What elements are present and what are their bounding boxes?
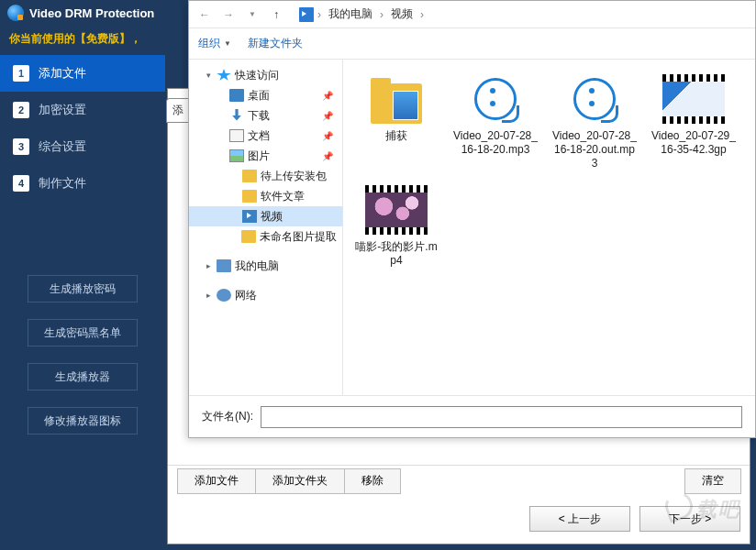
file-item-0[interactable]: 捕获	[350, 69, 442, 174]
new-folder-button[interactable]: 新建文件夹	[248, 36, 303, 51]
file-open-dialog: ← → ▼ ↑ › 我的电脑 › 视频 › 组织 ▼ 新建文件夹 ▾ 快速访问 …	[188, 0, 756, 438]
crumb-sep-icon: ›	[317, 8, 321, 21]
side-button-0[interactable]: 生成播放密码	[28, 275, 138, 302]
folder-icon	[241, 230, 256, 243]
folder-icon	[242, 170, 257, 182]
nav-step-number: 3	[13, 138, 29, 155]
crumb-sep-icon: ›	[420, 8, 424, 21]
audio-icon	[573, 78, 616, 120]
tree-node-label: 文档	[248, 128, 270, 144]
tree-node-download-2[interactable]: 下载 📌	[189, 105, 342, 126]
tree-toggle-icon[interactable]: ▾	[204, 71, 213, 80]
star-icon	[217, 69, 231, 82]
tree-node-net-10[interactable]: ▸ 网络	[189, 285, 342, 305]
file-label: 捕获	[385, 129, 407, 143]
dialog-toolbar: 组织 ▼ 新建文件夹	[189, 28, 755, 60]
file-grid: 捕获Video_20-07-28_16-18-20.mp3Video_20-07…	[343, 60, 755, 395]
nav-step-label: 添加文件	[39, 65, 86, 82]
add-file-button[interactable]: 添加文件	[177, 468, 256, 494]
nav-step-number: 2	[13, 102, 29, 118]
tree-toggle-icon[interactable]: ▸	[204, 291, 213, 300]
tree-node-doc-3[interactable]: 文档 📌	[189, 126, 342, 146]
side-button-2[interactable]: 生成播放器	[28, 363, 138, 390]
sidebar-nav: 1添加文件2加密设置3综合设置4制作文件	[0, 55, 165, 202]
nav-step-number: 1	[13, 65, 29, 82]
side-buttons: 生成播放密码生成密码黑名单生成播放器修改播放器图标	[28, 275, 138, 434]
nav-step-label: 综合设置	[39, 138, 86, 155]
download-icon	[229, 109, 244, 122]
file-label: Video_20-07-29_16-35-42.3gp	[651, 129, 736, 157]
tree-node-label: 软件文章	[261, 189, 305, 204]
add-folder-button[interactable]: 添加文件夹	[255, 468, 345, 494]
file-label: Video_20-07-28_16-18-20.out.mp3	[552, 129, 637, 170]
side-button-3[interactable]: 修改播放器图标	[28, 407, 138, 434]
tree-node-video-7[interactable]: 视频	[189, 206, 342, 226]
filename-label: 文件名(N):	[202, 409, 253, 424]
nav-step-4[interactable]: 4制作文件	[0, 165, 165, 202]
nav-step-2[interactable]: 2加密设置	[0, 92, 165, 128]
file-label: Video_20-07-28_16-18-20.mp3	[453, 129, 538, 157]
tree-node-pc-9[interactable]: ▸ 我的电脑	[189, 256, 342, 276]
nav-step-label: 加密设置	[39, 102, 86, 118]
organize-label: 组织	[198, 36, 220, 51]
tree-node-desktop-1[interactable]: 桌面 📌	[189, 85, 342, 105]
audio-icon	[474, 78, 517, 120]
dialog-navbar: ← → ▼ ↑ › 我的电脑 › 视频 ›	[189, 1, 755, 28]
nav-up-icon[interactable]: ↑	[266, 5, 286, 25]
file-item-4[interactable]: 喵影-我的影片.mp4	[350, 180, 442, 271]
pin-icon: 📌	[322, 151, 333, 161]
video-location-icon	[299, 7, 314, 22]
tree-node-folder-6[interactable]: 软件文章	[189, 186, 342, 206]
tree-node-label: 桌面	[248, 88, 270, 104]
desktop-icon	[229, 89, 244, 102]
tree-node-label: 视频	[261, 209, 283, 225]
video-thumb-icon	[662, 74, 725, 124]
folder-icon	[371, 83, 422, 124]
action-row: 添加文件 添加文件夹 移除 清空	[168, 465, 750, 496]
filename-input[interactable]	[261, 406, 742, 428]
tree-node-label: 未命名图片提取	[260, 229, 337, 245]
file-item-1[interactable]: Video_20-07-28_16-18-20.mp3	[450, 69, 541, 174]
prev-step-button[interactable]: < 上一步	[529, 506, 630, 532]
tree-node-label: 网络	[235, 288, 257, 303]
tab-add-files[interactable]: 添	[166, 98, 189, 123]
tree-node-folder-5[interactable]: 待上传安装包	[189, 166, 342, 186]
tree-node-label: 快速访问	[235, 68, 279, 83]
tree-node-label: 我的电脑	[235, 258, 279, 274]
remove-button[interactable]: 移除	[344, 468, 401, 494]
nav-step-1[interactable]: 1添加文件	[0, 55, 165, 92]
net-icon	[217, 289, 231, 302]
pic-icon	[229, 149, 244, 162]
side-button-1[interactable]: 生成密码黑名单	[28, 319, 138, 346]
file-label: 喵影-我的影片.mp4	[354, 240, 439, 268]
organize-menu[interactable]: 组织 ▼	[198, 36, 231, 51]
nav-step-label: 制作文件	[39, 175, 86, 192]
breadcrumb-videos[interactable]: 视频	[387, 6, 417, 22]
nav-step-number: 4	[13, 175, 29, 192]
file-item-2[interactable]: Video_20-07-28_16-18-20.out.mp3	[549, 69, 640, 174]
file-item-3[interactable]: Video_20-07-29_16-35-42.3gp	[648, 69, 739, 174]
video-thumb-icon	[365, 185, 428, 235]
breadcrumb-my-pc[interactable]: 我的电脑	[325, 6, 376, 22]
video-icon	[242, 210, 257, 223]
chevron-down-icon: ▼	[224, 39, 231, 48]
nav-back-icon[interactable]: ←	[195, 5, 215, 25]
doc-icon	[229, 129, 244, 142]
pin-icon: 📌	[322, 131, 333, 141]
tree-node-label: 待上传安装包	[261, 169, 327, 184]
nav-step-3[interactable]: 3综合设置	[0, 128, 165, 165]
pin-icon: 📌	[322, 91, 333, 101]
app-logo-icon	[7, 5, 24, 21]
tree-node-pic-4[interactable]: 图片 📌	[189, 146, 342, 166]
tree-node-label: 下载	[248, 108, 270, 124]
app-title: Video DRM Protection	[29, 6, 154, 20]
nav-recent-dropdown-icon[interactable]: ▼	[242, 5, 262, 25]
tree-toggle-icon[interactable]: ▸	[204, 261, 213, 270]
tree-node-star-0[interactable]: ▾ 快速访问	[189, 65, 342, 85]
tree-node-folder-8[interactable]: 未命名图片提取	[189, 226, 342, 247]
step-row: < 上一步 下一步 >	[168, 503, 750, 534]
folder-tree: ▾ 快速访问 桌面 📌 下载 📌 文档 📌 图片 📌 待上传安装包 软件文章 视…	[189, 60, 343, 395]
pc-icon	[217, 259, 231, 272]
next-step-button[interactable]: 下一步 >	[639, 506, 740, 532]
clear-button[interactable]: 清空	[684, 468, 741, 494]
